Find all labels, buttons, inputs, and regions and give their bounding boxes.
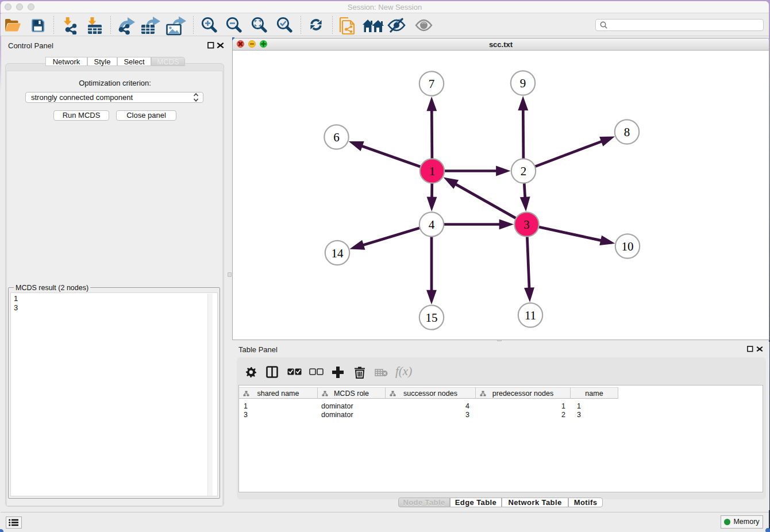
svg-text:6: 6	[333, 130, 340, 144]
svg-text:10: 10	[622, 240, 634, 253]
svg-text:3: 3	[523, 218, 530, 232]
svg-text:8: 8	[624, 125, 630, 139]
svg-text:9: 9	[520, 76, 526, 90]
svg-text:4: 4	[429, 218, 435, 232]
svg-text:15: 15	[426, 311, 438, 325]
svg-text:14: 14	[332, 246, 344, 260]
svg-text:11: 11	[525, 309, 536, 322]
svg-text:7: 7	[429, 77, 435, 91]
svg-text:1: 1	[429, 164, 436, 178]
svg-text:2: 2	[521, 164, 527, 178]
